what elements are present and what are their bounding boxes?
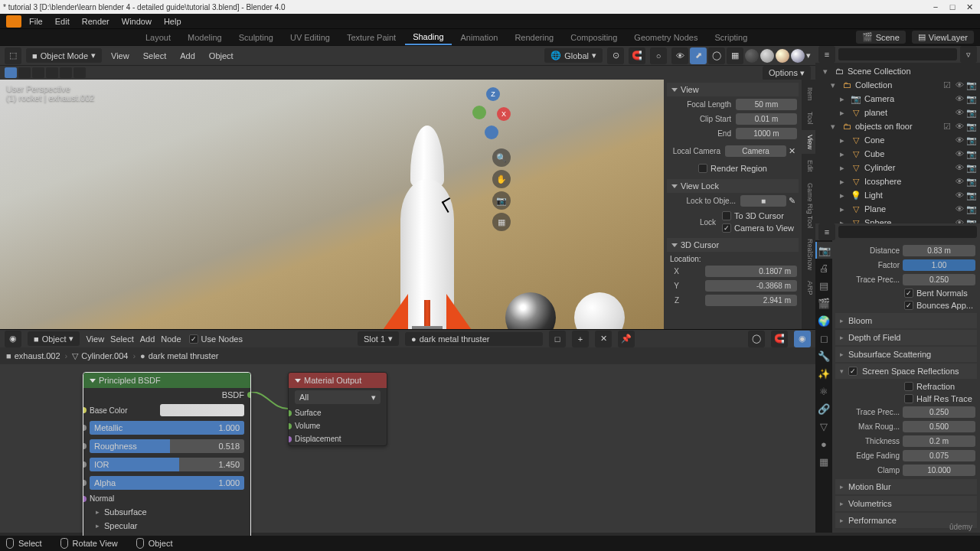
checkbox-icon[interactable]: ☑: [942, 121, 952, 132]
viewport-menu-object[interactable]: Object: [204, 50, 238, 62]
max-rough-input[interactable]: 0.500: [903, 421, 975, 432]
alpha-slider[interactable]: Alpha1.000: [90, 476, 244, 490]
render-toggle-icon[interactable]: 📷: [966, 107, 977, 118]
eye-icon[interactable]: 👁: [954, 148, 965, 159]
node-mode-selector[interactable]: ■Object▾: [28, 331, 80, 346]
bent-normals-checkbox[interactable]: [904, 289, 913, 298]
alpha-socket[interactable]: [83, 480, 87, 486]
material-browse-icon[interactable]: □: [549, 331, 566, 347]
shading-wireframe-icon[interactable]: [745, 49, 759, 63]
proptab-particles[interactable]: ✨: [815, 365, 832, 382]
node-snap-icon[interactable]: 🧲: [771, 331, 788, 347]
eye-icon[interactable]: 👁: [954, 80, 965, 90]
trace-prec-input[interactable]: 0.250: [903, 274, 975, 285]
pivot-icon[interactable]: ⊙: [607, 47, 624, 64]
volumetrics-header[interactable]: Volumetrics: [835, 496, 977, 511]
proptab-modifier[interactable]: 🔧: [815, 347, 832, 364]
motion-blur-header[interactable]: Motion Blur: [835, 479, 977, 494]
shading-solid-icon[interactable]: [760, 49, 774, 63]
outliner-icosphere[interactable]: ▸▽Icosphere👁📷: [817, 174, 978, 188]
tool-select-edge[interactable]: [46, 67, 58, 78]
base-color-socket[interactable]: [83, 407, 87, 413]
ior-slider[interactable]: IOR1.450: [90, 458, 244, 471]
viewport-menu-select[interactable]: Select: [139, 50, 172, 62]
proportional-edit-icon[interactable]: ○: [650, 47, 667, 64]
ssr-checkbox[interactable]: [848, 367, 858, 376]
node-matout-header[interactable]: Material Output: [289, 373, 387, 388]
normal-socket[interactable]: [83, 496, 87, 502]
ntab-tool[interactable]: Tool: [802, 107, 815, 129]
render-region-checkbox[interactable]: [698, 164, 707, 173]
render-toggle-icon[interactable]: 📷: [966, 176, 977, 187]
cursor-x-input[interactable]: 0.1807 m: [705, 266, 797, 277]
camera-to-view-checkbox[interactable]: [722, 223, 731, 233]
node-overlay-icon[interactable]: ◯: [748, 331, 765, 347]
eye-icon[interactable]: 👁: [954, 176, 965, 187]
render-toggle-icon[interactable]: 📷: [966, 93, 977, 104]
panel-view-header[interactable]: View: [667, 83, 799, 96]
viewlayer-selector[interactable]: ▤ViewLayer: [912, 31, 974, 44]
bloom-header[interactable]: Bloom: [835, 313, 977, 328]
properties-type-icon[interactable]: ≡: [818, 223, 835, 240]
render-toggle-icon[interactable]: 📷: [966, 80, 977, 90]
outliner-camera[interactable]: ▸📷Camera👁📷: [817, 92, 978, 106]
editor-type-icon[interactable]: ⬚: [5, 47, 21, 64]
outliner-cylinder[interactable]: ▸▽Cylinder👁📷: [817, 161, 978, 174]
material-unlink-icon[interactable]: ✕: [595, 331, 612, 347]
axis-y-icon[interactable]: [472, 106, 486, 119]
tab-uv-editing[interactable]: UV Editing: [283, 30, 338, 44]
camera-nav-icon[interactable]: 📷: [492, 191, 511, 210]
render-toggle-icon[interactable]: 📷: [966, 190, 977, 201]
ior-socket[interactable]: [83, 461, 87, 468]
tab-texture-paint[interactable]: Texture Paint: [339, 30, 403, 44]
outliner-plane[interactable]: ▸▽Plane👁📷: [817, 202, 978, 216]
outliner-collection[interactable]: ▾🗀Collection☑👁📷: [817, 78, 978, 92]
matout-target-select[interactable]: All▾: [295, 390, 381, 404]
menu-help[interactable]: Help: [159, 15, 186, 28]
ntab-edit[interactable]: Edit: [802, 155, 815, 177]
node-menu-view[interactable]: View: [86, 334, 104, 344]
use-nodes-checkbox[interactable]: [189, 334, 198, 344]
properties-search-input[interactable]: [838, 226, 977, 238]
cursor-y-input[interactable]: -0.3868 m: [705, 280, 797, 292]
window-close-icon[interactable]: ✕: [962, 2, 977, 12]
sss-header[interactable]: Subsurface Scattering: [835, 347, 977, 362]
outliner-light[interactable]: ▸💡Light👁📷: [817, 188, 978, 202]
proptab-physics[interactable]: ⚛: [815, 383, 832, 399]
window-maximize-icon[interactable]: □: [945, 2, 960, 12]
blender-logo-icon[interactable]: [6, 15, 21, 28]
outliner-objects-on-floor[interactable]: ▾🗀objects on floor☑👁📷: [817, 119, 978, 133]
lock-object-input[interactable]: ■: [740, 195, 786, 207]
panel-3dcursor-header[interactable]: 3D Cursor: [667, 238, 799, 252]
dof-header[interactable]: Depth of Field: [835, 330, 977, 345]
mode-selector[interactable]: ■Object Mode▾: [26, 48, 102, 63]
outliner-planet[interactable]: ▸▽planet👁📷: [817, 106, 978, 119]
node-principled-bsdf[interactable]: Principled BSDF BSDF Base Color Metallic…: [83, 372, 251, 547]
pan-nav-icon[interactable]: ✋: [492, 170, 511, 188]
roughness-slider[interactable]: Roughness0.518: [90, 439, 244, 453]
clip-end-input[interactable]: 1000 m: [736, 128, 797, 139]
node-menu-select[interactable]: Select: [110, 334, 134, 344]
outliner-cone[interactable]: ▸▽Cone👁📷: [817, 133, 978, 147]
ntab-realsnow[interactable]: RealSnow: [802, 234, 815, 275]
render-toggle-icon[interactable]: 📷: [966, 204, 977, 214]
node-material-output[interactable]: Material Output All▾ Surface Volume Disp…: [288, 372, 387, 446]
tool-select-face[interactable]: [60, 67, 72, 78]
tool-select-box[interactable]: [18, 67, 31, 78]
outliner-sphere[interactable]: ▸▽Sphere👁📷: [817, 216, 978, 223]
render-toggle-icon[interactable]: 📷: [966, 162, 977, 173]
crumb-object[interactable]: ■ exhaust.002: [6, 351, 60, 360]
tab-geometry-nodes[interactable]: Geometry Nodes: [626, 30, 705, 44]
tool-extra[interactable]: [74, 67, 86, 78]
factor-input[interactable]: 1.00: [903, 259, 975, 271]
render-toggle-icon[interactable]: 📷: [966, 135, 977, 145]
render-toggle-icon[interactable]: 📷: [966, 217, 977, 223]
orientation-selector[interactable]: 🌐Global▾: [544, 48, 603, 63]
visibility-icon[interactable]: 👁: [671, 47, 688, 64]
scene-selector[interactable]: 🎬Scene: [856, 31, 906, 44]
tab-modeling[interactable]: Modeling: [180, 30, 230, 44]
tab-scripting[interactable]: Scripting: [707, 30, 755, 44]
eye-icon[interactable]: 👁: [954, 162, 965, 173]
clamp-input[interactable]: 10.000: [903, 465, 975, 476]
material-name-input[interactable]: ●dark metal thruster: [405, 332, 543, 346]
